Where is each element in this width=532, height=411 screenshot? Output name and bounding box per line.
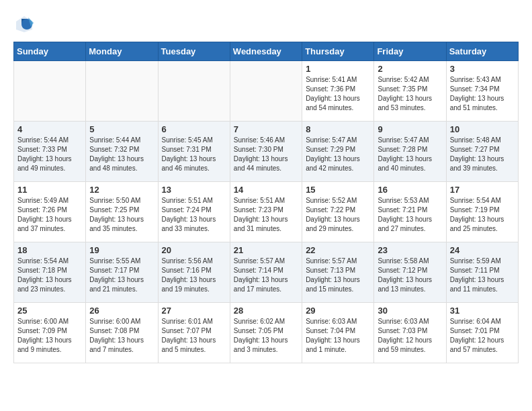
calendar-week-2: 4Sunrise: 5:44 AM Sunset: 7:33 PM Daylig…	[14, 122, 519, 182]
day-info: Sunrise: 5:46 AM Sunset: 7:30 PM Dayligh…	[234, 136, 298, 173]
calendar-table: SundayMondayTuesdayWednesdayThursdayFrid…	[13, 42, 519, 363]
day-info: Sunrise: 5:42 AM Sunset: 7:35 PM Dayligh…	[378, 75, 442, 113]
day-info: Sunrise: 5:45 AM Sunset: 7:31 PM Dayligh…	[162, 136, 226, 173]
day-info: Sunrise: 5:54 AM Sunset: 7:18 PM Dayligh…	[17, 257, 82, 294]
day-info: Sunrise: 5:47 AM Sunset: 7:28 PM Dayligh…	[378, 136, 442, 173]
calendar-cell: 31Sunrise: 6:04 AM Sunset: 7:01 PM Dayli…	[446, 303, 518, 363]
day-info: Sunrise: 5:49 AM Sunset: 7:26 PM Dayligh…	[17, 196, 82, 234]
day-number: 2	[378, 64, 442, 74]
calendar-cell: 12Sunrise: 5:50 AM Sunset: 7:25 PM Dayli…	[86, 182, 158, 242]
calendar-cell: 24Sunrise: 5:59 AM Sunset: 7:11 PM Dayli…	[446, 242, 518, 303]
day-number: 15	[306, 185, 370, 195]
header-wednesday: Wednesday	[230, 42, 302, 61]
day-number: 7	[234, 124, 298, 134]
calendar-cell: 28Sunrise: 6:02 AM Sunset: 7:05 PM Dayli…	[230, 303, 302, 363]
header-sunday: Sunday	[14, 42, 86, 61]
calendar-week-5: 25Sunrise: 6:00 AM Sunset: 7:09 PM Dayli…	[14, 303, 519, 363]
day-number: 4	[17, 124, 82, 134]
day-number: 17	[450, 185, 515, 195]
day-info: Sunrise: 5:58 AM Sunset: 7:12 PM Dayligh…	[378, 257, 442, 294]
header-thursday: Thursday	[302, 42, 374, 61]
day-info: Sunrise: 5:51 AM Sunset: 7:24 PM Dayligh…	[162, 196, 226, 234]
day-info: Sunrise: 5:44 AM Sunset: 7:33 PM Dayligh…	[17, 136, 82, 173]
calendar-cell: 16Sunrise: 5:53 AM Sunset: 7:21 PM Dayli…	[374, 182, 446, 242]
calendar-cell: 3Sunrise: 5:43 AM Sunset: 7:34 PM Daylig…	[446, 61, 518, 122]
calendar-cell: 2Sunrise: 5:42 AM Sunset: 7:35 PM Daylig…	[374, 61, 446, 122]
day-number: 24	[450, 245, 515, 255]
day-number: 14	[234, 185, 298, 195]
calendar-cell: 19Sunrise: 5:55 AM Sunset: 7:17 PM Dayli…	[86, 242, 158, 303]
day-number: 11	[17, 185, 82, 195]
calendar-cell: 18Sunrise: 5:54 AM Sunset: 7:18 PM Dayli…	[14, 242, 86, 303]
calendar-cell: 14Sunrise: 5:51 AM Sunset: 7:23 PM Dayli…	[230, 182, 302, 242]
calendar-week-3: 11Sunrise: 5:49 AM Sunset: 7:26 PM Dayli…	[14, 182, 519, 242]
day-info: Sunrise: 5:56 AM Sunset: 7:16 PM Dayligh…	[162, 257, 226, 294]
page-header	[13, 13, 519, 35]
calendar-cell: 4Sunrise: 5:44 AM Sunset: 7:33 PM Daylig…	[14, 122, 86, 182]
day-number: 3	[450, 64, 515, 74]
day-number: 13	[162, 185, 226, 195]
calendar-cell: 25Sunrise: 6:00 AM Sunset: 7:09 PM Dayli…	[14, 303, 86, 363]
day-info: Sunrise: 6:00 AM Sunset: 7:08 PM Dayligh…	[89, 317, 154, 355]
calendar-cell: 6Sunrise: 5:45 AM Sunset: 7:31 PM Daylig…	[158, 122, 230, 182]
day-info: Sunrise: 6:03 AM Sunset: 7:04 PM Dayligh…	[306, 317, 370, 355]
logo	[13, 13, 38, 35]
calendar-cell: 10Sunrise: 5:48 AM Sunset: 7:27 PM Dayli…	[446, 122, 518, 182]
day-number: 23	[378, 245, 442, 255]
day-info: Sunrise: 5:52 AM Sunset: 7:22 PM Dayligh…	[306, 196, 370, 234]
day-info: Sunrise: 5:48 AM Sunset: 7:27 PM Dayligh…	[450, 136, 515, 173]
day-info: Sunrise: 5:47 AM Sunset: 7:29 PM Dayligh…	[306, 136, 370, 173]
day-number: 5	[89, 124, 154, 134]
day-number: 28	[234, 306, 298, 316]
day-info: Sunrise: 5:43 AM Sunset: 7:34 PM Dayligh…	[450, 75, 515, 113]
day-number: 22	[306, 245, 370, 255]
logo-icon	[13, 13, 35, 35]
day-info: Sunrise: 5:41 AM Sunset: 7:36 PM Dayligh…	[306, 75, 370, 113]
calendar-cell: 22Sunrise: 5:57 AM Sunset: 7:13 PM Dayli…	[302, 242, 374, 303]
calendar-week-1: 1Sunrise: 5:41 AM Sunset: 7:36 PM Daylig…	[14, 61, 519, 122]
calendar-cell: 13Sunrise: 5:51 AM Sunset: 7:24 PM Dayli…	[158, 182, 230, 242]
day-number: 21	[234, 245, 298, 255]
calendar-cell	[158, 61, 230, 122]
day-number: 18	[17, 245, 82, 255]
day-info: Sunrise: 6:02 AM Sunset: 7:05 PM Dayligh…	[234, 317, 298, 355]
day-info: Sunrise: 5:53 AM Sunset: 7:21 PM Dayligh…	[378, 196, 442, 234]
calendar-cell: 26Sunrise: 6:00 AM Sunset: 7:08 PM Dayli…	[86, 303, 158, 363]
day-number: 25	[17, 306, 82, 316]
day-info: Sunrise: 5:57 AM Sunset: 7:14 PM Dayligh…	[234, 257, 298, 294]
day-number: 8	[306, 124, 370, 134]
day-number: 26	[89, 306, 154, 316]
calendar-cell: 29Sunrise: 6:03 AM Sunset: 7:04 PM Dayli…	[302, 303, 374, 363]
calendar-cell: 17Sunrise: 5:54 AM Sunset: 7:19 PM Dayli…	[446, 182, 518, 242]
calendar-cell: 8Sunrise: 5:47 AM Sunset: 7:29 PM Daylig…	[302, 122, 374, 182]
day-number: 6	[162, 124, 226, 134]
day-info: Sunrise: 5:54 AM Sunset: 7:19 PM Dayligh…	[450, 196, 515, 234]
day-number: 29	[306, 306, 370, 316]
day-info: Sunrise: 6:03 AM Sunset: 7:03 PM Dayligh…	[378, 317, 442, 355]
calendar-week-4: 18Sunrise: 5:54 AM Sunset: 7:18 PM Dayli…	[14, 242, 519, 303]
header-saturday: Saturday	[446, 42, 518, 61]
calendar-header-row: SundayMondayTuesdayWednesdayThursdayFrid…	[14, 42, 519, 61]
calendar-cell: 30Sunrise: 6:03 AM Sunset: 7:03 PM Dayli…	[374, 303, 446, 363]
day-number: 10	[450, 124, 515, 134]
day-number: 27	[162, 306, 226, 316]
calendar-cell: 11Sunrise: 5:49 AM Sunset: 7:26 PM Dayli…	[14, 182, 86, 242]
day-info: Sunrise: 5:59 AM Sunset: 7:11 PM Dayligh…	[450, 257, 515, 294]
day-info: Sunrise: 6:01 AM Sunset: 7:07 PM Dayligh…	[162, 317, 226, 355]
day-info: Sunrise: 6:00 AM Sunset: 7:09 PM Dayligh…	[17, 317, 82, 355]
calendar-cell	[86, 61, 158, 122]
header-tuesday: Tuesday	[158, 42, 230, 61]
calendar-cell: 9Sunrise: 5:47 AM Sunset: 7:28 PM Daylig…	[374, 122, 446, 182]
day-number: 9	[378, 124, 442, 134]
day-number: 19	[89, 245, 154, 255]
day-number: 30	[378, 306, 442, 316]
calendar-cell	[230, 61, 302, 122]
header-monday: Monday	[86, 42, 158, 61]
day-info: Sunrise: 5:57 AM Sunset: 7:13 PM Dayligh…	[306, 257, 370, 294]
day-number: 12	[89, 185, 154, 195]
calendar-cell: 1Sunrise: 5:41 AM Sunset: 7:36 PM Daylig…	[302, 61, 374, 122]
calendar-cell: 7Sunrise: 5:46 AM Sunset: 7:30 PM Daylig…	[230, 122, 302, 182]
day-number: 16	[378, 185, 442, 195]
day-info: Sunrise: 6:04 AM Sunset: 7:01 PM Dayligh…	[450, 317, 515, 355]
calendar-cell: 20Sunrise: 5:56 AM Sunset: 7:16 PM Dayli…	[158, 242, 230, 303]
